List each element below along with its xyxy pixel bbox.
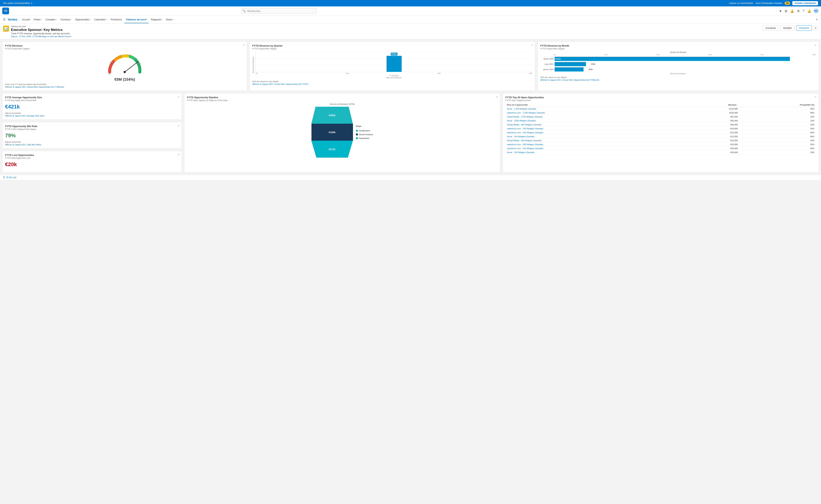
fytd-avg-expand[interactable]: ⤢ [177,95,180,98]
x-2m: €2m [657,54,660,56]
todo-label: To Do List [6,176,16,179]
fytd-winrate-title: FYTD Opportunity Win Rate [5,125,179,128]
fytd-avg-report-link[interactable]: Afficher le rapport (ES: Average Deal Si… [5,115,44,117]
legend-qualification: Qualification [356,130,373,132]
breadcrumb-left: 📊 Tableau de bord Executive Sponsor: Key… [3,25,71,38]
fytd-lost-card: FYTD Lost Opportunities FYTD Total Oppty… [2,151,182,173]
funnel-legend: Étape Qualification Needs Analysis Negot… [356,125,373,139]
fytd-winrate-value: 79% [5,133,179,139]
fytd-winrate-report-link[interactable]: Afficher le rapport (ES: Total Win Ratio… [5,143,41,146]
opp-link[interactable]: salesforce.com - 1,000 Widgets (Sample) [507,112,545,114]
somme-label: Somme de Montant [540,51,816,53]
trial-days-badge: 30 [785,2,790,5]
opps-table-body: Acme - 1,200 Widgets (Sample) €110,000 3… [506,107,816,154]
subscribe-button[interactable]: S'inscrire [796,25,812,31]
top-bar-right: Laisser un commentaire Jours d'évaluatio… [729,1,818,5]
month-x-labels: €0 €1m €2m €3m €4m €5m [540,54,816,56]
fytd-lost-subtitle: FYTD Total Oppty Amt Lost [5,157,179,159]
qualification-value: €200k [328,114,335,117]
nav-item-opportunites[interactable]: Opportunités ▾ [74,16,92,23]
opp-link[interactable]: Acme - 150 Widgets (Sample) [507,151,535,153]
fytd-month-expand[interactable]: ⤢ [814,44,817,47]
fytd-pipeline-expand[interactable]: ⤢ [496,95,498,98]
fytd-pipeline-title: FYTD Opportunity Pipeline [187,96,498,99]
buy-now-button[interactable]: Acheter maintenant [792,1,818,5]
nav-item-accueil[interactable]: Accueil [21,16,31,23]
apps-button[interactable]: ⊞ [784,8,788,14]
opp-link[interactable]: salesforce.com - 240 Widgets (Sample) [507,131,543,134]
search-input[interactable] [241,8,316,14]
nav-item-pistes[interactable]: Pistes ▾ [32,16,43,23]
nav-waffle-icon[interactable]: ⠿ [2,16,6,24]
recommended-visits[interactable]: Vos visites recommandées ▾ [3,2,32,5]
table-row: salesforce.com - 200 Widgets (Sample) €2… [506,143,816,147]
edit-button[interactable]: Modifier [780,25,795,31]
col-prob: Probabilité (%) [739,103,816,107]
y-axis-title-container: Somme de Montant [252,51,254,79]
gauge-svg: €0 €326k €2m €3m €4m €5m [106,53,144,76]
help-button[interactable]: ? [802,8,805,13]
search-container: 🔍 [241,8,316,14]
fytd-avg-title: FYTD Average Opportunity Size [5,96,179,99]
nav-label-pistes: Pistes [34,18,40,21]
fytd-revenue-report-link[interactable]: Afficher le rapport (ES: Closed Won Oppo… [5,86,64,88]
fytd-quarter-report-link[interactable]: Afficher le rapport (ES: Closed Won Oppo… [252,83,308,85]
fytd-lost-expand[interactable]: ⤢ [177,153,180,156]
nav-item-contacts[interactable]: Contacts ▾ [59,16,73,23]
fytd-revenue-note: Enter your FY goal and adjust dial thres… [5,83,244,85]
fytd-avg-footer: Adjust thresholds Afficher le rapport (E… [5,112,179,117]
app-header: ✉ 🔍 ★ ⊞ 🔔 ⚙ ? 🔔 MD [0,6,821,16]
month-bar-fevrier: février 2024 €4.5m [540,57,816,61]
fytd-month-footer: Drill into report to see details Affiche… [540,76,816,81]
opp-link[interactable]: Global Media - 400 Widgets (Sample) [507,124,542,126]
y-label-6m: €6m [529,72,533,74]
fytd-avg-value: €421k [5,104,179,110]
notifications-button[interactable]: 🔔 [807,8,812,14]
comment-link[interactable]: Laisser un commentaire [729,2,753,5]
nav-item-comptes[interactable]: Comptes ▾ [44,16,58,23]
month-bar-mars: mars 2024 €59k [540,62,816,66]
recommended-visits-label: Vos visites recommandées [3,2,30,5]
favorites-button[interactable]: ★ [778,8,783,14]
assistant-button[interactable]: 🔔 [790,8,795,14]
fytd-quarter-subtitle: FYTD Closed Won Opptys [252,48,532,50]
bar-item: €4.5m [386,53,401,72]
opps-table-container[interactable]: Nom de l'opportunité Montant ↓ Probabili… [506,103,816,154]
nav-item-tableaux[interactable]: Tableaux de bord ▾ [124,16,149,23]
nav-item-rapports[interactable]: Rapports ▾ [149,16,164,23]
actions-dropdown[interactable]: ▾ [813,25,818,31]
fytd-revenue-subtitle: FYTD Closed Won Opptys [5,48,244,50]
opp-link[interactable]: Acme - 140 Widgets (Sample) [507,135,535,138]
nav-item-previsions[interactable]: Prévisions [109,16,124,23]
opp-amount: €20,000 [685,147,740,150]
opp-link[interactable]: Acme - 1250 Widgets (Sample) [507,120,536,122]
fytd-revenue-expand[interactable]: ⤢ [243,44,245,47]
opp-link[interactable]: salesforce.com - 320 Widgets (Sample) [507,127,543,130]
bar-wrapper: €4.5m [256,51,532,72]
nav-item-calendrier[interactable]: Calendrier ▾ [93,16,108,23]
fytd-opps-expand[interactable]: ⤢ [814,95,817,98]
nav-edit-icon[interactable]: ✎ [815,17,819,22]
todo-bar[interactable]: ☰ To Do List [0,175,821,180]
refresh-button[interactable]: Actualiser [763,25,779,31]
opp-link[interactable]: salesforce.com - 200 Widgets (Sample) [507,143,543,146]
opp-link[interactable]: Global Media - 200 Widgets (Sample) [507,139,542,142]
opp-link[interactable]: Acme - 1,200 Widgets (Sample) [507,108,536,110]
fytd-month-report-link[interactable]: Afficher le rapport (ES: Closed Won Oppo… [540,79,599,81]
setup-button[interactable]: ⚙ [796,8,800,14]
fytd-winrate-expand[interactable]: ⤢ [177,124,180,127]
user-avatar[interactable]: MD [813,8,819,14]
nav-item-devis[interactable]: Devis ▾ [164,16,175,23]
app-logo[interactable]: ✉ [2,8,9,14]
janvier-val: €54k [589,68,593,71]
funnel-stage-qualification: €200k [311,107,353,124]
fytd-quarter-expand[interactable]: ⤢ [531,44,533,47]
fytd-winrate-card: FYTD Opportunity Win Rate FYTD # Won Opp… [2,122,182,149]
opp-link[interactable]: salesforce.com - 210 Widgets (Sample) [507,147,543,150]
janvier-label: janvier 2024 [540,68,554,71]
opp-name: Acme - 140 Widgets (Sample) [506,135,685,139]
bar-top-label: €4.5m [391,53,397,55]
opp-link[interactable]: Global Media - 1750 Widgets (Sample) [507,116,543,118]
opp-amount: €22,500 [685,131,740,135]
opp-amount: €40,000 [685,123,740,127]
